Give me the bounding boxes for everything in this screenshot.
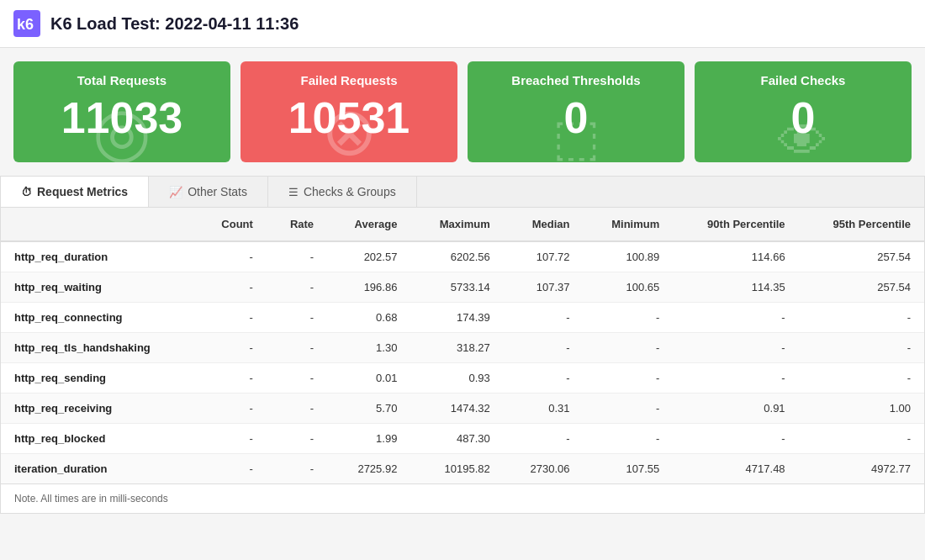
failed-requests-label: Failed Requests xyxy=(257,73,441,87)
cell-maximum: 318.27 xyxy=(410,333,503,363)
tabs-container: ⏱ Request Metrics 📈 Other Stats ☰ Checks… xyxy=(0,176,925,207)
cell-p90: 114.66 xyxy=(673,241,798,272)
tab-checks-groups[interactable]: ☰ Checks & Groups xyxy=(268,177,417,207)
cell-count: - xyxy=(196,363,266,394)
clock-icon: ⏱ xyxy=(21,186,32,198)
k6-logo: k6 xyxy=(13,10,40,37)
metrics-table-container: Count Rate Average Maximum Median Minimu… xyxy=(0,207,925,484)
cell-median: - xyxy=(504,303,584,333)
cell-p95: - xyxy=(799,333,924,363)
table-row: http_req_duration--202.576202.56107.7210… xyxy=(1,241,924,272)
cell-count: - xyxy=(196,272,266,303)
cell-metric: http_req_receiving xyxy=(1,394,196,424)
cell-p95: - xyxy=(799,303,924,333)
cell-minimum: - xyxy=(583,363,673,394)
cell-maximum: 6202.56 xyxy=(410,241,503,272)
breached-thresholds-value: 0 xyxy=(484,94,668,142)
cell-average: 202.57 xyxy=(327,241,410,272)
cell-maximum: 5733.14 xyxy=(410,272,503,303)
cell-rate: - xyxy=(267,272,327,303)
cell-p90: 0.91 xyxy=(673,394,798,424)
table-row: iteration_duration--2725.9210195.822730.… xyxy=(1,454,924,484)
cell-average: 1.99 xyxy=(327,424,410,454)
cell-maximum: 10195.82 xyxy=(410,454,503,484)
cell-minimum: - xyxy=(583,424,673,454)
cell-average: 0.68 xyxy=(327,303,410,333)
cell-average: 5.70 xyxy=(327,394,410,424)
cell-median: 2730.06 xyxy=(504,454,584,484)
col-header-rate: Rate xyxy=(267,208,327,241)
cell-count: - xyxy=(196,303,266,333)
failed-checks-label: Failed Checks xyxy=(711,73,895,87)
cell-median: - xyxy=(504,363,584,394)
cell-median: 0.31 xyxy=(504,394,584,424)
tab-request-metrics[interactable]: ⏱ Request Metrics xyxy=(1,177,149,207)
footer-note: Note. All times are in milli-seconds xyxy=(0,484,925,514)
cell-rate: - xyxy=(267,424,327,454)
cell-count: - xyxy=(196,241,266,272)
cell-minimum: 100.89 xyxy=(583,241,673,272)
stat-card-failed-checks: Failed Checks 0 👁 xyxy=(695,61,912,162)
stat-card-total-requests: Total Requests 11033 ◎ xyxy=(13,61,230,162)
cell-minimum: 100.65 xyxy=(583,272,673,303)
cell-minimum: - xyxy=(583,333,673,363)
cell-metric: http_req_connecting xyxy=(1,303,196,333)
table-header-row: Count Rate Average Maximum Median Minimu… xyxy=(1,208,924,241)
cell-rate: - xyxy=(267,394,327,424)
stat-card-failed-requests: Failed Requests 10531 ⊗ xyxy=(240,61,457,162)
cell-median: - xyxy=(504,333,584,363)
cell-rate: - xyxy=(267,454,327,484)
col-header-maximum: Maximum xyxy=(410,208,503,241)
cell-rate: - xyxy=(267,363,327,394)
cell-metric: http_req_sending xyxy=(1,363,196,394)
app-header: k6 K6 Load Test: 2022-04-11 11:36 xyxy=(0,0,925,48)
breached-thresholds-label: Breached Thresholds xyxy=(484,73,668,87)
stat-card-breached-thresholds: Breached Thresholds 0 ⬚ xyxy=(468,61,684,162)
chart-icon: 📈 xyxy=(169,186,182,198)
cell-metric: iteration_duration xyxy=(1,454,196,484)
cell-p90: - xyxy=(673,303,798,333)
tab-other-stats[interactable]: 📈 Other Stats xyxy=(149,177,268,207)
cell-metric: http_req_duration xyxy=(1,241,196,272)
cell-p95: 257.54 xyxy=(799,272,924,303)
cell-rate: - xyxy=(267,241,327,272)
table-row: http_req_waiting--196.865733.14107.37100… xyxy=(1,272,924,303)
col-header-p95: 95th Percentile xyxy=(799,208,924,241)
cell-metric: http_req_tls_handshaking xyxy=(1,333,196,363)
cell-maximum: 174.39 xyxy=(410,303,503,333)
cell-minimum: - xyxy=(583,394,673,424)
cell-p90: - xyxy=(673,424,798,454)
cell-maximum: 0.93 xyxy=(410,363,503,394)
table-row: http_req_receiving--5.701474.320.31-0.91… xyxy=(1,394,924,424)
cell-p90: 114.35 xyxy=(673,272,798,303)
total-requests-label: Total Requests xyxy=(30,73,214,87)
cell-metric: http_req_blocked xyxy=(1,424,196,454)
failed-checks-value: 0 xyxy=(711,94,895,142)
list-icon: ☰ xyxy=(288,186,299,198)
cell-p90: 4717.48 xyxy=(673,454,798,484)
cell-p95: 257.54 xyxy=(799,241,924,272)
cell-count: - xyxy=(196,394,266,424)
col-header-minimum: Minimum xyxy=(583,208,673,241)
failed-requests-value: 10531 xyxy=(257,94,441,142)
table-row: http_req_blocked--1.99487.30---- xyxy=(1,424,924,454)
cell-minimum: 107.55 xyxy=(583,454,673,484)
col-header-median: Median xyxy=(504,208,584,241)
cell-p95: 4972.77 xyxy=(799,454,924,484)
cell-p90: - xyxy=(673,363,798,394)
table-row: http_req_connecting--0.68174.39---- xyxy=(1,303,924,333)
cell-median: 107.37 xyxy=(504,272,584,303)
col-header-metric xyxy=(1,208,196,241)
table-row: http_req_sending--0.010.93---- xyxy=(1,363,924,394)
cell-median: 107.72 xyxy=(504,241,584,272)
cell-p95: - xyxy=(799,424,924,454)
table-row: http_req_tls_handshaking--1.30318.27---- xyxy=(1,333,924,363)
svg-text:k6: k6 xyxy=(17,16,34,33)
cell-median: - xyxy=(504,424,584,454)
col-header-average: Average xyxy=(327,208,410,241)
cell-p90: - xyxy=(673,333,798,363)
cell-rate: - xyxy=(267,303,327,333)
cell-count: - xyxy=(196,454,266,484)
col-header-count: Count xyxy=(196,208,266,241)
cell-count: - xyxy=(196,333,266,363)
